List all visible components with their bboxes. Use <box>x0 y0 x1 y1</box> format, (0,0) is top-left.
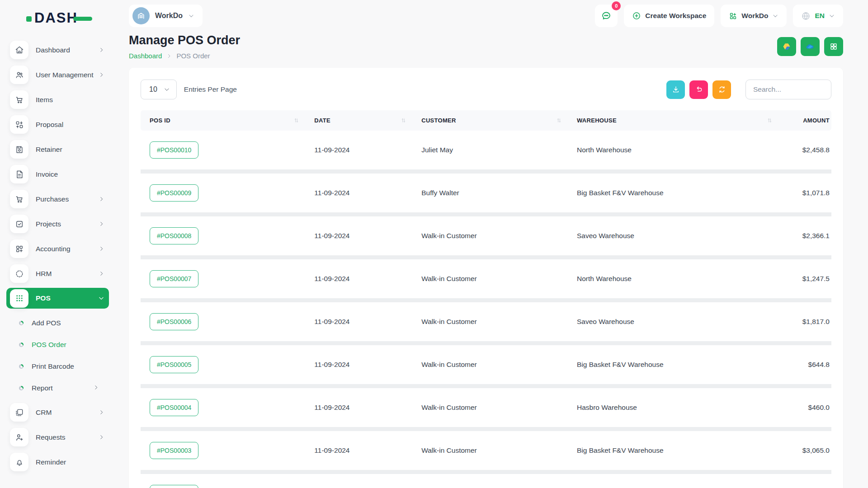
pos-id-badge[interactable]: #POS00009 <box>150 184 198 202</box>
bullet-icon <box>19 343 24 347</box>
sidebar-item-label: POS <box>36 294 98 302</box>
language-selector[interactable]: EN <box>793 5 843 27</box>
warehouse-cell: Big Basket F&V Warehouse <box>572 343 783 386</box>
amount-cell: $1,247.5 <box>783 258 831 300</box>
sidebar-item-label: Items <box>36 96 104 104</box>
warehouse-cell: Big Basket F&V Warehouse <box>572 429 783 472</box>
chevron-down-icon <box>98 295 104 301</box>
amount-cell: $3,065.0 <box>783 429 831 472</box>
sidebar-item-pos[interactable]: POS <box>6 288 109 309</box>
logo-dot-accent <box>26 16 32 22</box>
cart-icon <box>10 90 28 109</box>
sidebar-item-label: Dashboard <box>36 46 98 54</box>
amount-cell: $2,366.1 <box>783 215 831 258</box>
warehouse-cell: Big Basket F&V Warehouse <box>572 172 783 215</box>
page-header: Manage POS Order Dashboard POS Order <box>129 27 843 68</box>
amount-cell: $1,725.0 <box>783 472 831 488</box>
chevron-right-icon <box>166 53 172 59</box>
column-header-amount[interactable]: AMOUNT <box>783 110 831 131</box>
workspace-name: WorkDo <box>155 12 183 20</box>
sidebar-item-dashboard[interactable]: Dashboard <box>6 38 109 62</box>
sort-icon <box>557 118 561 123</box>
sidebar-item-accounting[interactable]: Accounting <box>6 236 109 261</box>
top-bar: WorkDo 0 Create Workspace WorkDo <box>129 0 843 27</box>
sidebar-item-crm[interactable]: CRM <box>6 400 109 425</box>
chevron-down-icon <box>772 13 778 19</box>
search-input[interactable] <box>745 80 831 99</box>
pos-id-badge[interactable]: #POS00006 <box>150 313 198 330</box>
pos-id-badge[interactable]: #POS00005 <box>150 356 198 373</box>
sidebar-item-invoice[interactable]: Invoice <box>6 162 109 187</box>
onedrive-button[interactable] <box>801 37 820 56</box>
workdo-menu-button[interactable]: WorkDo <box>721 5 787 27</box>
customer-cell: Walk-in Customer <box>417 429 572 472</box>
chat-icon <box>601 10 612 21</box>
refresh-button[interactable] <box>712 80 731 99</box>
customer-cell: Walk-in Customer <box>417 343 572 386</box>
sidebar-item-reminder[interactable]: Reminder <box>6 450 109 474</box>
pos-id-badge[interactable]: #POS00008 <box>150 227 198 244</box>
sidebar-item-pos-order[interactable]: POS Order <box>6 334 109 356</box>
submenu-item-label: POS Order <box>32 341 109 349</box>
logo-text: DASH <box>34 11 78 25</box>
building-icon <box>132 7 150 24</box>
warehouse-cell: Saveo Warehouse <box>572 300 783 343</box>
sidebar-item-requests[interactable]: Requests <box>6 425 109 450</box>
workspace-selector[interactable]: WorkDo <box>129 5 203 27</box>
undo-button[interactable] <box>689 80 708 99</box>
chevron-right-icon <box>98 434 104 440</box>
pos-id-badge[interactable]: #POS00010 <box>150 141 198 159</box>
save-icon <box>10 140 28 159</box>
language-label: EN <box>815 12 825 20</box>
pos-order-table: POS ID DATE CUSTOMER WAREHOUSE AMOUNT #P… <box>141 110 831 488</box>
sidebar-item-proposal[interactable]: Proposal <box>6 112 109 137</box>
sidebar-item-projects[interactable]: Projects <box>6 211 109 236</box>
google-drive-button[interactable] <box>777 37 796 56</box>
bell-icon <box>10 453 28 471</box>
customer-cell: Juliet May <box>417 131 572 172</box>
pos-order-card: 10 Entries Per Page <box>129 68 843 488</box>
grid-button[interactable] <box>824 37 843 56</box>
sidebar-item-add-pos[interactable]: Add POS <box>6 312 109 334</box>
create-workspace-button[interactable]: Create Workspace <box>624 5 714 27</box>
bullet-icon <box>19 364 24 369</box>
column-header-warehouse[interactable]: WAREHOUSE <box>572 110 783 131</box>
date-cell: 11-09-2024 <box>310 258 417 300</box>
users-icon <box>10 66 28 84</box>
chevron-right-icon <box>98 409 104 415</box>
sidebar-item-hrm[interactable]: HRM <box>6 261 109 286</box>
breadcrumb-dashboard-link[interactable]: Dashboard <box>129 52 162 60</box>
download-button[interactable] <box>666 80 685 99</box>
sidebar-item-user-management[interactable]: User Management <box>6 62 109 87</box>
sidebar-item-label: Invoice <box>36 170 104 178</box>
pos-id-badge[interactable]: #POS00007 <box>150 270 198 287</box>
date-cell: 11-09-2024 <box>310 429 417 472</box>
entries-per-page-select[interactable]: 10 <box>141 80 177 99</box>
sidebar-item-purchases[interactable]: Purchases <box>6 187 109 211</box>
pos-id-badge[interactable]: #POS00003 <box>150 442 198 459</box>
messages-button[interactable]: 0 <box>595 5 618 27</box>
sidebar-item-retainer[interactable]: Retainer <box>6 137 109 162</box>
plus-circle-icon <box>632 11 641 20</box>
chevron-right-icon <box>98 72 104 78</box>
messages-count-badge: 0 <box>612 1 621 10</box>
pos-id-badge[interactable]: #POS00002 <box>150 485 198 488</box>
sidebar-item-report[interactable]: Report <box>6 377 109 399</box>
amount-cell: $2,458.8 <box>783 131 831 172</box>
customer-cell: Walk-in Customer <box>417 300 572 343</box>
sidebar-item-print-barcode[interactable]: Print Barcode <box>6 356 109 377</box>
grid-plus-icon <box>729 12 737 20</box>
amount-cell: $1,817.0 <box>783 300 831 343</box>
column-header-pos-id[interactable]: POS ID <box>141 110 310 131</box>
pos-id-badge[interactable]: #POS00004 <box>150 399 198 416</box>
column-header-customer[interactable]: CUSTOMER <box>417 110 572 131</box>
grid-plus-icon <box>10 239 28 258</box>
table-row: #POS00005 11-09-2024 Walk-in Customer Bi… <box>141 343 831 386</box>
sidebar-item-items[interactable]: Items <box>6 87 109 112</box>
globe-icon <box>801 11 811 21</box>
brand-logo[interactable]: DASH <box>0 8 115 31</box>
sidebar-item-label: Reminder <box>36 458 104 466</box>
column-header-date[interactable]: DATE <box>310 110 417 131</box>
sidebar: DASH Dashboard User Management <box>0 0 115 488</box>
amount-cell: $460.0 <box>783 386 831 429</box>
